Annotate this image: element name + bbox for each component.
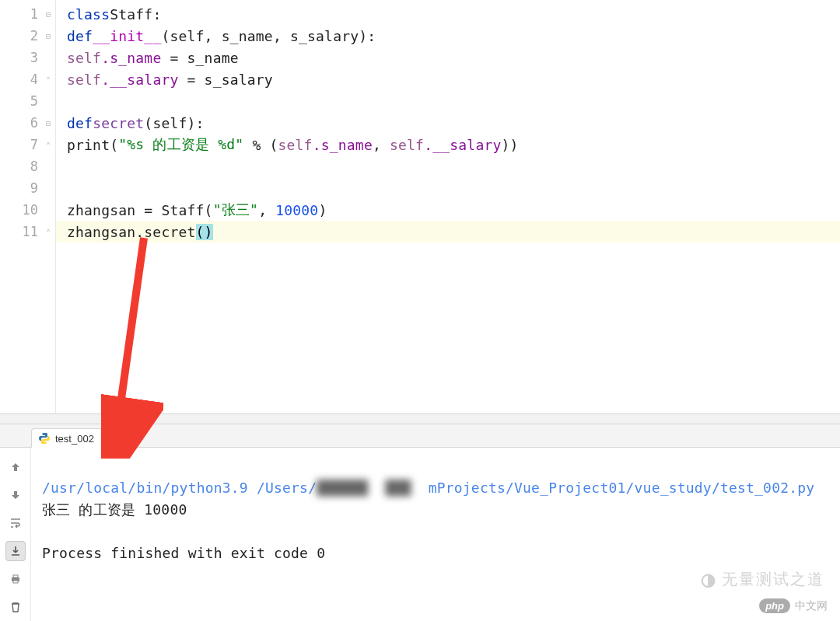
line-number: 3 bbox=[0, 47, 55, 68]
line-number: 7⌃ bbox=[0, 134, 55, 155]
panel-separator[interactable] bbox=[0, 413, 840, 424]
code-line[interactable] bbox=[56, 90, 840, 112]
code-line[interactable] bbox=[56, 177, 840, 199]
down-arrow-icon[interactable] bbox=[5, 485, 26, 505]
line-number: 8 bbox=[0, 155, 55, 177]
watermark: ◑ 无量测试之道 bbox=[701, 569, 824, 590]
up-arrow-icon[interactable] bbox=[5, 457, 26, 477]
fold-open-icon[interactable]: ⊟ bbox=[44, 32, 52, 40]
line-number: 5 bbox=[0, 90, 55, 112]
code-line[interactable]: class Staff: bbox=[56, 3, 840, 25]
python-icon bbox=[38, 432, 51, 445]
console-toolbar bbox=[0, 448, 31, 621]
run-tab[interactable]: test_002 × bbox=[31, 428, 116, 448]
line-number-gutter: 1⊟ 2⊟ 3 4⌃ 5 6⊟ 7⌃ 8 9 10 11⌃ bbox=[0, 0, 56, 413]
line-number: 4⌃ bbox=[0, 68, 55, 90]
run-tab-bar: test_002 × bbox=[0, 424, 840, 448]
fold-close-icon[interactable]: ⌃ bbox=[44, 75, 52, 83]
run-tab-label: test_002 bbox=[55, 433, 94, 445]
matching-bracket: ( bbox=[196, 224, 205, 240]
line-number: 6⊟ bbox=[0, 112, 55, 134]
line-number: 1⊟ bbox=[0, 3, 55, 25]
code-line[interactable]: self.s_name = s_name bbox=[56, 47, 840, 68]
print-icon[interactable] bbox=[5, 569, 26, 589]
obscured-path: ██████ ███ bbox=[317, 480, 411, 496]
trash-icon[interactable] bbox=[5, 597, 26, 617]
line-number: 11⌃ bbox=[0, 221, 55, 242]
php-text: 中文网 bbox=[795, 599, 828, 613]
code-line-current[interactable]: zhangsan.secret() bbox=[56, 221, 840, 242]
php-badge: php bbox=[759, 598, 790, 613]
fold-close-icon[interactable]: ⌃ bbox=[44, 228, 52, 235]
line-number: 10 bbox=[0, 199, 55, 221]
stdout-line: 张三 的工资是 10000 bbox=[42, 501, 187, 518]
code-line[interactable]: def secret(self): bbox=[56, 112, 840, 134]
close-icon[interactable]: × bbox=[102, 433, 108, 445]
code-content[interactable]: class Staff: def __init__(self, s_name, … bbox=[56, 0, 840, 413]
code-line[interactable]: def __init__(self, s_name, s_salary): bbox=[56, 25, 840, 47]
script-path: mProjects/Vue_Project01/vue_study/test_0… bbox=[429, 480, 815, 496]
soft-wrap-icon[interactable] bbox=[5, 513, 26, 533]
line-number: 9 bbox=[0, 177, 55, 199]
wechat-icon: ◑ bbox=[701, 570, 716, 590]
svg-rect-4 bbox=[13, 581, 18, 583]
line-number: 2⊟ bbox=[0, 25, 55, 47]
interpreter-path: /usr/local/bin/python3.9 /Users/ bbox=[42, 480, 317, 496]
code-line[interactable]: zhangsan = Staff("张三", 10000) bbox=[56, 199, 840, 221]
exit-message: Process finished with exit code 0 bbox=[42, 545, 325, 561]
code-line[interactable]: self.__salary = s_salary bbox=[56, 68, 840, 90]
fold-open-icon[interactable]: ⊟ bbox=[44, 119, 52, 127]
watermark-secondary: php 中文网 bbox=[759, 598, 828, 613]
svg-rect-3 bbox=[13, 575, 18, 577]
matching-bracket: ) bbox=[205, 224, 213, 240]
code-editor[interactable]: 1⊟ 2⊟ 3 4⌃ 5 6⊟ 7⌃ 8 9 10 11⌃ class Staf… bbox=[0, 0, 840, 413]
svg-point-0 bbox=[42, 434, 43, 434]
code-line[interactable] bbox=[56, 155, 840, 177]
fold-open-icon[interactable]: ⊟ bbox=[44, 10, 52, 18]
code-line[interactable]: print("%s 的工资是 %d" % (self.s_name, self.… bbox=[56, 134, 840, 155]
console-output[interactable]: /usr/local/bin/python3.9 /Users/██████ █… bbox=[31, 448, 840, 621]
scroll-to-end-icon[interactable] bbox=[5, 541, 26, 561]
watermark-text: 无量测试之道 bbox=[722, 569, 824, 590]
svg-point-1 bbox=[46, 441, 47, 442]
fold-close-icon[interactable]: ⌃ bbox=[44, 141, 52, 148]
run-console: /usr/local/bin/python3.9 /Users/██████ █… bbox=[0, 448, 840, 621]
